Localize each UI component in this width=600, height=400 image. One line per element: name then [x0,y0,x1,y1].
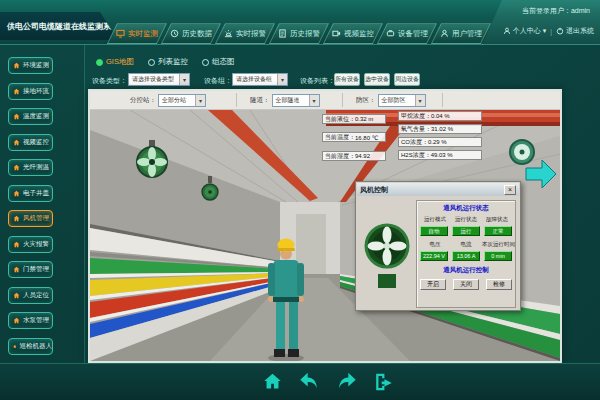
runtime-label: 本次运行时间 [482,241,512,248]
sidebar-item-manhole[interactable]: 电子井盖 [8,185,53,202]
radio-icon [148,59,155,66]
nearby-devices-button[interactable]: 周边设备 [394,73,420,86]
radio-gis-map[interactable]: GIS地图 [96,57,134,67]
logout-link[interactable]: 退出系统 [556,26,594,36]
dialog-title: 风机控制 [360,185,388,195]
device-group-select[interactable]: 请选择设备组 ▾ [232,73,288,86]
house-icon [13,343,17,350]
user-icon [440,29,449,38]
temperature-readout: 当前温度：16.80 ℃ [322,132,386,142]
sidebar-item-video[interactable]: 视频监控 [8,134,53,151]
scene-toolbar: 分控站： 全部分站▾ 隧道： 全部隧道▾ 防区： 全部防区▾ [90,91,560,110]
device-type-select[interactable]: 请选择设备类型 ▾ [128,73,190,86]
sidebar-item-access-control[interactable]: 门禁管理 [8,261,53,278]
tab-video-monitor[interactable]: 视频监控 [323,23,383,44]
tab-history-alarm[interactable]: 历史报警 [269,23,329,44]
tunnel-filter: 隧道： 全部隧道▾ [250,94,320,107]
house-icon [13,88,20,95]
history-data-icon [170,29,179,38]
sidebar-item-personnel[interactable]: 人员定位 [8,287,53,304]
history-alarm-icon [278,29,287,38]
forward-button[interactable] [335,370,359,394]
zone-select[interactable]: 全部防区▾ [378,94,426,107]
selected-devices-button[interactable]: 选中设备 [364,73,390,86]
run-mode-label: 运行模式 [420,216,450,223]
fault-state-label: 故障状态 [482,216,512,223]
fan-status-panel: 通风机运行状态 运行模式 运行状态 故障状态 自动 运行 正常 电压 电流 本次… [416,200,516,308]
humidity-readout: 当前湿度：94.92 [322,151,386,161]
run-state-value: 运行 [452,226,480,236]
house-icon [13,164,20,171]
run-mode-value: 自动 [420,226,448,236]
chevron-down-icon: ▾ [543,27,547,35]
sidebar-item-ground-current[interactable]: 接地环流 [8,83,53,100]
app-title-banner: 供电公司电缆隧道在线监测系统 [0,12,118,40]
sidebar-item-temperature[interactable]: 温度监测 [8,108,53,125]
fan-unit-right[interactable] [510,140,534,164]
house-icon [13,190,20,197]
fan-maintain-button[interactable]: 检修 [486,279,512,290]
tab-history-data[interactable]: 历史数据 [161,23,221,44]
device-type-label: 设备类型： [92,76,127,86]
current-user-label: 当前登录用户：admin [522,6,590,16]
dialog-titlebar[interactable]: 风机控制 × [357,183,519,196]
alarm-icon [224,29,233,38]
sidebar-item-fan-manage[interactable]: 风机管理 [8,210,53,227]
current-label: 电流 [451,241,481,248]
sidebar-item-pump-manage[interactable]: 水泵管理 [8,312,53,329]
person-icon [503,27,511,35]
radio-list-monitor[interactable]: 列表监控 [148,57,188,67]
chevron-down-icon: ▾ [309,95,319,106]
house-icon [13,113,20,120]
methane-readout: 甲烷浓度：0.04 % [398,111,482,121]
radio-scada-view[interactable]: 组态图 [202,57,235,67]
house-icon [13,215,20,222]
sidebar-item-robot[interactable]: 巡检机器人 [8,338,53,355]
fan-stop-button[interactable]: 关闭 [453,279,479,290]
view-mode-radios: GIS地图 列表监控 组态图 [96,57,234,67]
current-value: 13.06 A [452,251,480,261]
sidebar-item-env-monitor[interactable]: 环境监测 [8,57,53,74]
runtime-value: 0 min [484,251,512,261]
device-icon [386,29,395,38]
radio-icon [96,59,103,66]
fan-control-dialog: 风机控制 × 通风机运行状态 运行模式 运行状态 故障状态 自动 [355,181,521,311]
all-devices-button[interactable]: 所有设备 [334,73,360,86]
chevron-down-icon: ▾ [277,74,287,85]
back-button[interactable] [298,370,322,394]
tab-user-manage[interactable]: 用户管理 [431,23,491,44]
home-button[interactable] [261,370,285,394]
footer-toolbar [0,363,600,400]
device-list-label: 设备列表： [300,76,335,86]
app-window: 供电公司电缆隧道在线监测系统 实时监测 历史数据 实时报警 历史报警 视频监控 … [0,0,600,400]
device-group-label: 设备组： [204,76,232,86]
sidebar: 环境监测 接地环流 温度监测 视频监控 光纤测温 电子井盖 风机管理 火灾报警 … [0,45,85,400]
exit-button[interactable] [372,370,396,394]
video-icon [332,29,341,38]
house-icon [13,317,20,324]
tunnel-select[interactable]: 全部隧道▾ [272,94,320,107]
house-icon [13,139,20,146]
control-header: 通风机运行控制 [417,266,515,275]
run-state-label: 运行状态 [451,216,481,223]
station-select[interactable]: 全部分站▾ [158,94,206,107]
liquid-level-readout: 当前液位：0.32 m [322,114,386,124]
user-center-link[interactable]: 个人中心 ▾ [503,26,547,36]
divider [236,93,237,107]
forward-icon [336,371,358,393]
fan-start-button[interactable]: 开启 [420,279,446,290]
house-icon [13,266,20,273]
close-icon[interactable]: × [504,185,516,195]
radio-icon [202,59,209,66]
tab-device-manage[interactable]: 设备管理 [377,23,437,44]
tab-realtime-alarm[interactable]: 实时报警 [215,23,275,44]
back-icon [299,371,321,393]
h2s-readout: H2S浓度：49.03 % [398,150,482,160]
sidebar-item-fiber-temp[interactable]: 光纤测温 [8,159,53,176]
house-icon [13,62,20,69]
fault-state-value: 正常 [484,226,512,236]
sidebar-item-fire-alarm[interactable]: 火灾报警 [8,236,53,253]
tab-realtime-monitor[interactable]: 实时监测 [107,23,167,44]
fan-emblem [360,204,414,296]
app-title: 供电公司电缆隧道在线监测系统 [0,21,119,32]
